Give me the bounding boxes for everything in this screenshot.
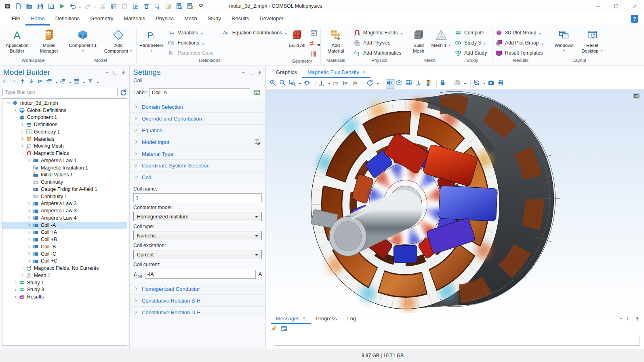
tree-item-amp-re-s-law-4[interactable]: Ampère's Law 4 <box>2 214 127 222</box>
tree-expander-icon[interactable] <box>26 229 32 235</box>
coil-current-input[interactable] <box>145 270 256 279</box>
chevron-down-icon[interactable] <box>55 78 59 87</box>
tab-graphics[interactable]: Graphics <box>271 66 302 78</box>
tree-expander-icon[interactable] <box>19 272 25 278</box>
new-file-button[interactable] <box>13 1 24 11</box>
tree-expander-icon[interactable] <box>19 143 25 149</box>
tree-item-coil-a[interactable]: Coil -A <box>2 222 127 229</box>
tree-expander-icon[interactable] <box>6 100 12 106</box>
tree-item-motor-3d-2-mph[interactable]: motor_3d_2.mph <box>2 99 127 107</box>
select-box-button[interactable] <box>152 1 163 11</box>
functions-button[interactable]: f(x) Functions <box>166 38 216 48</box>
section-model-input[interactable]: Model Input <box>130 136 265 148</box>
orientation-button[interactable] <box>415 79 424 89</box>
expand-all-button[interactable] <box>46 78 55 87</box>
chevron-down-icon[interactable] <box>69 78 73 87</box>
tree-expander-icon[interactable] <box>19 122 25 128</box>
tree-item-magnetic-fields[interactable]: Magnetic Fields <box>2 150 127 157</box>
magnetic-fields-button[interactable]: +- Magnetic Fields <box>351 28 406 38</box>
tree-item-definitions[interactable]: Definitions <box>2 121 127 128</box>
tab-home[interactable]: Home <box>25 12 50 25</box>
tab-definitions[interactable]: Definitions <box>50 12 85 25</box>
duplicate-button[interactable] <box>130 1 141 11</box>
chevron-down-icon[interactable] <box>96 78 101 87</box>
tree-item-study-3[interactable]: Study 3 <box>2 286 127 294</box>
plot-group-3d-button[interactable]: 3D Plot Group <box>493 28 547 38</box>
tree-filter-input[interactable] <box>2 88 118 96</box>
tab-magnetic-flux-density[interactable]: Magnetic Flux Density× <box>302 66 370 78</box>
section-coordinate-system-selection[interactable]: Coordinate System Selection <box>130 159 265 171</box>
view-xy-button[interactable]: xy <box>333 79 342 89</box>
tab-file[interactable]: File <box>6 12 25 25</box>
chevron-down-icon[interactable] <box>78 1 82 11</box>
tree-expander-icon[interactable] <box>19 150 25 157</box>
cut-button[interactable] <box>97 1 108 11</box>
variables-button[interactable]: a= Variables <box>166 28 216 38</box>
tab-results[interactable]: Results <box>226 12 254 25</box>
tree-item-gauge-fixing-for-a-field-1[interactable]: Gauge Fixing for A-field 1 <box>2 186 127 193</box>
chevron-down-icon[interactable] <box>82 78 87 87</box>
tree-item-amp-re-s-law-1[interactable]: DAmpère's Law 1 <box>2 157 127 164</box>
add-study-button[interactable]: Add Study <box>452 48 489 58</box>
tab-study[interactable]: Study <box>202 12 226 25</box>
tree-expander-icon[interactable] <box>26 222 32 228</box>
lock-button[interactable] <box>439 79 448 89</box>
section-constitutive-relation-b-h[interactable]: Constitutive Relation B-H <box>130 294 265 306</box>
rotate-button[interactable] <box>366 79 376 89</box>
run-button[interactable] <box>57 1 67 11</box>
tree-expander-icon[interactable] <box>19 136 25 142</box>
tree-item-moving-mesh[interactable]: Moving Mesh <box>2 143 127 150</box>
plot-thumbnail-icon[interactable] <box>632 92 640 100</box>
tree-expander-icon[interactable] <box>13 279 19 286</box>
view-3d-button[interactable] <box>318 79 327 89</box>
tree-item-amp-re-s-law-3[interactable]: Ampère's Law 3 <box>2 207 127 214</box>
add-material-button[interactable]: Add Material <box>324 28 347 54</box>
tree-item-initial-values-1[interactable]: DInitial Values 1 <box>2 171 127 179</box>
reset-desktop-button[interactable]: Reset Desktop <box>578 28 606 54</box>
delete-button[interactable] <box>141 1 152 11</box>
clear-selection-button[interactable] <box>163 1 174 11</box>
tab-physics[interactable]: Physics <box>150 12 179 25</box>
refresh-icon[interactable] <box>120 89 127 96</box>
print-button[interactable] <box>497 79 507 89</box>
palette-button[interactable] <box>454 79 463 89</box>
tab-messages[interactable]: Messages× <box>271 313 311 324</box>
import-geometry-button[interactable] <box>309 28 318 38</box>
model-manager-button[interactable]: Model Manager <box>34 28 65 54</box>
view-xz-button[interactable]: xz <box>352 79 361 89</box>
close-tab-icon[interactable]: × <box>303 315 305 324</box>
tree-item-magnetic-fields-no-currents[interactable]: Magnetic Fields, No Currents <box>2 265 127 272</box>
component-1-button[interactable]: Component 1 <box>67 28 99 54</box>
tree-item-magnetic-insulation-1[interactable]: DMagnetic Insulation 1 <box>2 164 127 171</box>
build-all-button[interactable]: Build All <box>285 28 309 48</box>
tree-item-continuity[interactable]: DContinuity <box>2 178 127 186</box>
tree-item-study-1[interactable]: Study 1 <box>2 279 127 286</box>
tree-expander-icon[interactable] <box>19 129 25 135</box>
tree-item-coil-a[interactable]: Coil +A <box>2 229 127 236</box>
view-yz-button[interactable]: yz <box>342 79 351 89</box>
nav-back-button[interactable] <box>2 78 10 87</box>
work-plane-button[interactable] <box>309 49 318 59</box>
chevron-down-icon[interactable] <box>328 80 332 88</box>
zoom-out-button[interactable] <box>279 79 288 89</box>
parameter-case-button[interactable]: Pi Parameter Case <box>166 48 216 58</box>
rename-icon[interactable] <box>253 88 262 97</box>
label-input[interactable] <box>149 88 250 97</box>
coil-type-select[interactable]: Numeric <box>133 231 262 240</box>
close-button[interactable] <box>625 0 644 12</box>
conductor-model-select[interactable]: Homogenized multiturn <box>133 212 262 221</box>
parameters-button[interactable]: Pi Parameters <box>140 28 163 54</box>
tree-expander-icon[interactable] <box>26 243 32 250</box>
tree-expander-icon[interactable] <box>26 215 32 221</box>
panel-pin-icon[interactable] <box>635 316 640 321</box>
tree-item-component-1[interactable]: Component 1 <box>2 114 127 121</box>
tab-materials[interactable]: Materials <box>118 12 150 25</box>
scene-light-button[interactable] <box>386 79 395 89</box>
save-button[interactable] <box>35 1 46 11</box>
tree-item-amp-re-s-law-2[interactable]: Ampère's Law 2 <box>2 200 127 207</box>
section-domain-selection[interactable]: Domain Selection <box>130 101 265 112</box>
tree-item-coil-c[interactable]: Coil +C <box>2 258 127 265</box>
tree-expander-icon[interactable] <box>26 237 32 243</box>
section-material-type[interactable]: Material Type <box>130 148 265 159</box>
tree-expander-icon[interactable] <box>13 294 19 300</box>
